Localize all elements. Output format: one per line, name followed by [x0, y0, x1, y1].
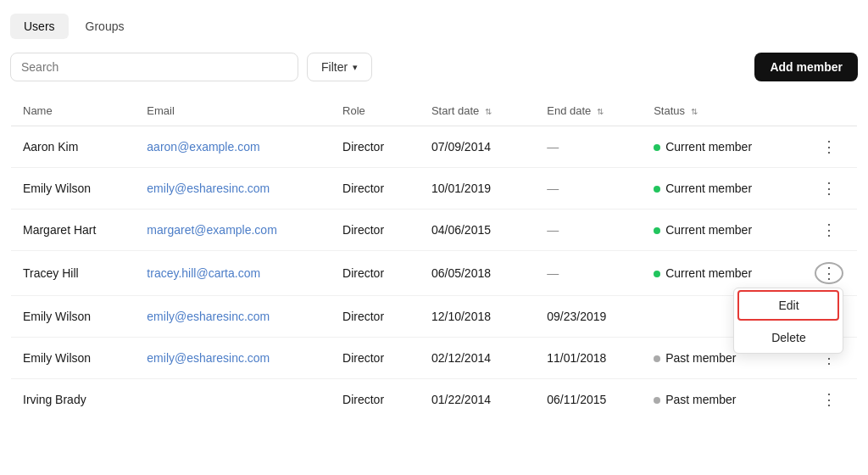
- more-options-button[interactable]: ⋮: [816, 390, 842, 409]
- chevron-down-icon: ▾: [353, 62, 358, 73]
- email-link[interactable]: aaron@example.com: [147, 140, 259, 154]
- cell-role: Director: [331, 338, 420, 379]
- cell-start-date: 02/12/2014: [420, 338, 535, 379]
- more-options-button[interactable]: ⋮: [815, 262, 843, 284]
- status-text: Current member: [665, 182, 752, 195]
- cell-name: Emily Wilson: [11, 296, 136, 338]
- context-menu: ⋮: [816, 137, 842, 156]
- email-link[interactable]: margaret@example.com: [147, 223, 277, 237]
- table-row: Aaron Kimaaron@example.comDirector07/09/…: [11, 126, 858, 168]
- cell-action: ⋮: [802, 126, 858, 168]
- status-text: Past member: [665, 351, 736, 365]
- dropdown-menu: EditDelete: [733, 288, 843, 354]
- tab-groups[interactable]: Groups: [72, 14, 138, 39]
- cell-name: Irving Brady: [11, 379, 136, 421]
- table-header-row: Name Email Role Start date ⇅ End date ⇅ …: [11, 96, 858, 126]
- cell-email[interactable]: emily@esharesinc.com: [135, 338, 331, 379]
- cell-action: ⋮EditDelete: [802, 251, 858, 296]
- status-dot: [654, 144, 660, 151]
- cell-email[interactable]: tracey.hill@carta.com: [135, 251, 331, 296]
- status-dot: [654, 227, 660, 234]
- sort-icon-startdate: ⇅: [485, 107, 492, 116]
- table-row: Tracey Hilltracey.hill@carta.comDirector…: [11, 251, 858, 296]
- status-text: Past member: [665, 393, 736, 406]
- cell-start-date: 10/01/2019: [420, 168, 535, 210]
- add-member-button[interactable]: Add member: [754, 53, 858, 81]
- members-table: Name Email Role Start date ⇅ End date ⇅ …: [10, 95, 858, 421]
- table-row: Emily Wilsonemily@esharesinc.comDirector…: [11, 296, 858, 338]
- cell-role: Director: [331, 379, 420, 421]
- table-row: Emily Wilsonemily@esharesinc.comDirector…: [11, 168, 858, 210]
- table-row: Margaret Hartmargaret@example.comDirecto…: [11, 210, 858, 251]
- cell-end-date: —: [535, 210, 642, 251]
- cell-email[interactable]: margaret@example.com: [135, 210, 331, 251]
- status-text: Current member: [665, 140, 752, 154]
- cell-start-date: 01/22/2014: [420, 379, 535, 421]
- status-text: Current member: [665, 223, 752, 237]
- cell-role: Director: [331, 251, 420, 296]
- cell-end-date: 09/23/2019: [535, 296, 642, 338]
- toolbar: Filter ▾ Add member: [10, 53, 858, 81]
- status-dot: [654, 271, 660, 277]
- status-dot: [654, 397, 660, 404]
- col-header-name: Name: [11, 96, 136, 126]
- cell-role: Director: [331, 210, 420, 251]
- context-menu: ⋮: [816, 179, 842, 198]
- col-header-email: Email: [135, 96, 331, 126]
- col-header-role: Role: [331, 96, 420, 126]
- cell-email: [135, 379, 331, 421]
- cell-email[interactable]: emily@esharesinc.com: [135, 168, 331, 210]
- sort-icon-enddate: ⇅: [597, 107, 604, 116]
- cell-name: Emily Wilson: [11, 338, 136, 379]
- cell-name: Emily Wilson: [11, 168, 136, 210]
- cell-start-date: 12/10/2018: [420, 296, 535, 338]
- cell-end-date: —: [535, 251, 642, 296]
- cell-action: ⋮: [802, 168, 858, 210]
- table-row: Emily Wilsonemily@esharesinc.comDirector…: [11, 338, 858, 379]
- more-options-button[interactable]: ⋮: [816, 221, 842, 239]
- dropdown-edit[interactable]: Edit: [737, 290, 839, 321]
- cell-start-date: 06/05/2018: [420, 251, 535, 296]
- filter-button[interactable]: Filter ▾: [307, 53, 372, 81]
- cell-name: Tracey Hill: [11, 251, 136, 296]
- cell-start-date: 07/09/2014: [420, 126, 535, 168]
- context-menu: ⋮EditDelete: [815, 262, 843, 284]
- cell-end-date: 11/01/2018: [535, 338, 642, 379]
- cell-name: Margaret Hart: [11, 210, 136, 251]
- sort-icon-status: ⇅: [691, 107, 698, 116]
- tab-users[interactable]: Users: [10, 14, 69, 39]
- email-link[interactable]: emily@esharesinc.com: [147, 351, 270, 365]
- more-options-button[interactable]: ⋮: [816, 179, 842, 198]
- cell-name: Aaron Kim: [11, 126, 136, 168]
- table-row: Irving BradyDirector01/22/201406/11/2015…: [11, 379, 858, 421]
- cell-action: ⋮: [802, 379, 858, 421]
- cell-role: Director: [331, 168, 420, 210]
- cell-end-date: —: [535, 126, 642, 168]
- cell-action: ⋮: [802, 210, 858, 251]
- email-link[interactable]: emily@esharesinc.com: [147, 182, 270, 195]
- status-dot: [654, 355, 660, 362]
- col-header-startdate[interactable]: Start date ⇅: [420, 96, 535, 126]
- email-link[interactable]: tracey.hill@carta.com: [147, 266, 260, 280]
- dropdown-delete[interactable]: Delete: [734, 322, 843, 353]
- cell-end-date: —: [535, 168, 642, 210]
- context-menu: ⋮: [816, 390, 842, 409]
- cell-start-date: 04/06/2015: [420, 210, 535, 251]
- cell-email[interactable]: emily@esharesinc.com: [135, 296, 331, 338]
- email-link[interactable]: emily@esharesinc.com: [147, 310, 270, 323]
- cell-end-date: 06/11/2015: [535, 379, 642, 421]
- cell-email[interactable]: aaron@example.com: [135, 126, 331, 168]
- cell-status: Past member: [642, 379, 802, 421]
- col-header-action: [802, 96, 858, 126]
- search-input[interactable]: [10, 53, 298, 81]
- cell-role: Director: [331, 296, 420, 338]
- tab-bar: Users Groups: [10, 14, 858, 39]
- col-header-status[interactable]: Status ⇅: [642, 96, 802, 126]
- cell-status: Current member: [642, 168, 802, 210]
- status-dot: [654, 186, 660, 193]
- cell-status: Current member: [642, 126, 802, 168]
- more-options-button[interactable]: ⋮: [816, 137, 842, 156]
- filter-label: Filter: [321, 60, 348, 74]
- col-header-enddate[interactable]: End date ⇅: [535, 96, 642, 126]
- cell-role: Director: [331, 126, 420, 168]
